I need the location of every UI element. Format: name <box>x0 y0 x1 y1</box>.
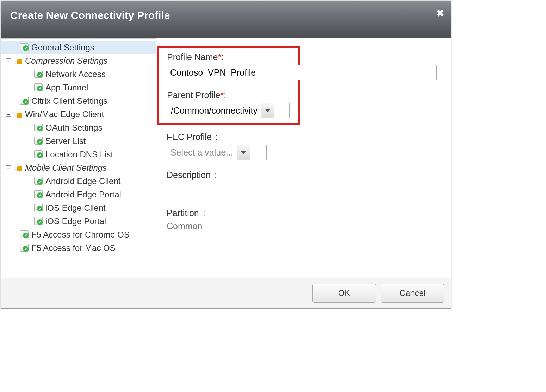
tree-item[interactable]: OAuth Settings <box>1 121 156 134</box>
tree-item[interactable]: −Mobile Client Settings <box>1 161 156 175</box>
tree-item[interactable]: Location DNS List <box>1 148 156 161</box>
tree-item[interactable]: −Win/Mac Edge Client <box>1 108 156 121</box>
page-check-icon <box>19 97 29 105</box>
fec-profile-placeholder: Select a value... <box>167 145 237 160</box>
tree-item[interactable]: iOS Edge Client <box>1 201 156 215</box>
page-check-icon <box>33 150 43 159</box>
profile-name-label: Profile Name*: <box>167 52 296 62</box>
cancel-button[interactable]: Cancel <box>381 284 444 303</box>
tree-item[interactable]: iOS Edge Portal <box>1 215 156 228</box>
tree-item[interactable]: Android Edge Client <box>1 175 156 188</box>
tree-item-label: iOS Edge Client <box>45 203 106 213</box>
tree-item[interactable]: Network Access <box>1 68 156 81</box>
field-fec-profile: FEC Profile : Select a value... <box>167 132 443 160</box>
tree-item-label: Citrix Client Settings <box>31 96 107 106</box>
parent-profile-label: Parent Profile*: <box>167 90 296 100</box>
tree-item[interactable]: F5 Access for Chrome OS <box>1 228 156 241</box>
chevron-down-icon[interactable] <box>237 145 250 160</box>
tree-item-label: F5 Access for Chrome OS <box>31 230 130 240</box>
tree-item-label: OAuth Settings <box>45 123 102 133</box>
page-check-icon <box>19 43 29 52</box>
tree-item-label: Network Access <box>45 69 106 79</box>
fec-profile-select[interactable]: Select a value... <box>167 145 267 160</box>
page-check-icon <box>33 190 43 199</box>
tree-item-label: Server List <box>45 136 86 146</box>
folder-icon <box>13 110 23 119</box>
tree-item-label: iOS Edge Portal <box>45 216 106 226</box>
required-marker: * <box>220 90 224 100</box>
page-check-icon <box>33 83 43 92</box>
page-check-icon <box>33 177 43 185</box>
page-check-icon <box>19 230 29 239</box>
fec-profile-label-text: FEC Profile <box>167 132 212 142</box>
partition-label-text: Partition <box>167 208 199 218</box>
description-label-text: Description <box>167 170 211 180</box>
profile-name-label-text: Profile Name <box>167 52 218 62</box>
settings-tree: General Settings−Compression SettingsNet… <box>1 38 156 278</box>
tree-item[interactable]: App Tunnel <box>1 81 156 94</box>
tree-item-label: Compression Settings <box>25 56 108 66</box>
profile-name-input[interactable] <box>167 65 437 80</box>
ok-button[interactable]: OK <box>312 284 376 303</box>
tree-item-label: Location DNS List <box>45 150 113 159</box>
page-check-icon <box>33 137 43 145</box>
dialog-titlebar: Create New Connectivity Profile ✖ <box>1 1 451 38</box>
tree-expander-icon[interactable]: − <box>6 58 11 63</box>
required-marker: * <box>218 52 222 62</box>
parent-profile-select[interactable]: /Common/connectivity <box>167 103 290 118</box>
tree-item-label: Win/Mac Edge Client <box>25 109 104 119</box>
parent-profile-label-text: Parent Profile <box>167 90 220 100</box>
tree-item[interactable]: −Compression Settings <box>1 54 156 68</box>
tree-item[interactable]: General Settings <box>1 41 156 54</box>
tree-item[interactable]: Server List <box>1 134 156 148</box>
page-check-icon <box>33 124 43 132</box>
tree-item-label: General Settings <box>31 43 94 52</box>
partition-label: Partition : <box>167 208 443 218</box>
create-connectivity-profile-dialog: Create New Connectivity Profile ✖ Genera… <box>1 1 451 309</box>
form-panel: Profile Name*: Parent Profile*: /Common/… <box>156 38 451 278</box>
tree-item[interactable]: Android Edge Portal <box>1 188 156 201</box>
tree-item-label: Mobile Client Settings <box>25 163 107 173</box>
field-partition: Partition : Common <box>167 208 443 231</box>
page-check-icon <box>33 204 43 212</box>
tree-expander-icon[interactable]: − <box>6 112 11 117</box>
close-icon[interactable]: ✖ <box>436 7 444 19</box>
page-check-icon <box>33 217 43 226</box>
chevron-down-icon[interactable] <box>261 103 274 118</box>
folder-icon <box>13 164 23 172</box>
dialog-title: Create New Connectivity Profile <box>10 10 170 21</box>
tree-expander-icon[interactable]: − <box>6 165 11 170</box>
page-check-icon <box>19 244 29 252</box>
dialog-body: General Settings−Compression SettingsNet… <box>1 38 451 278</box>
description-label: Description : <box>167 170 443 180</box>
field-parent-profile: Parent Profile*: /Common/connectivity <box>167 90 296 118</box>
field-description: Description : <box>167 170 443 198</box>
tree-item[interactable]: F5 Access for Mac OS <box>1 241 156 255</box>
folder-icon <box>13 57 23 65</box>
tree-item[interactable]: Citrix Client Settings <box>1 94 156 108</box>
required-fields-highlight: Profile Name*: Parent Profile*: /Common/… <box>157 46 300 125</box>
description-input[interactable] <box>167 183 438 198</box>
dialog-footer: OK Cancel <box>1 278 451 308</box>
tree-item-label: F5 Access for Mac OS <box>31 243 116 253</box>
page-check-icon <box>33 70 43 78</box>
tree-item-label: Android Edge Client <box>45 176 120 186</box>
fec-profile-label: FEC Profile : <box>167 132 443 142</box>
parent-profile-value: /Common/connectivity <box>167 103 261 118</box>
tree-item-label: Android Edge Portal <box>45 190 121 200</box>
field-profile-name: Profile Name*: <box>167 52 296 80</box>
partition-value: Common <box>167 221 443 231</box>
tree-item-label: App Tunnel <box>45 83 88 93</box>
